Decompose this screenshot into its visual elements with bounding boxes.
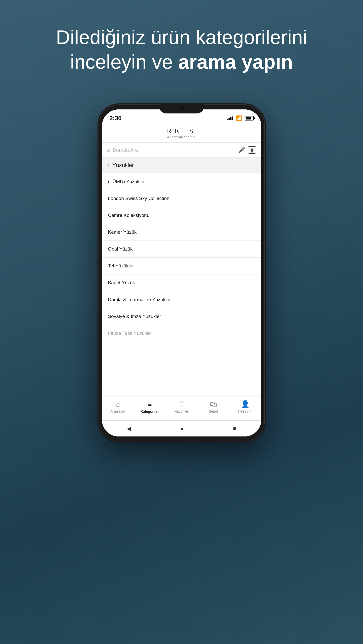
status-icons: 📶: [227, 115, 254, 121]
list-item[interactable]: Opal Yüzük: [102, 241, 261, 258]
list-item[interactable]: Kemer Yüzük: [102, 224, 261, 241]
category-header[interactable]: ‹ Yüzükler: [102, 157, 261, 173]
nav-label-favorites: Favoriler: [175, 409, 188, 413]
microphone-icon[interactable]: 🎤: [239, 147, 245, 153]
search-bar[interactable]: ⌕ Burada Ara 🎤 ▣: [102, 143, 261, 157]
wifi-icon: 📶: [236, 115, 242, 121]
list-item[interactable]: Tel Yüzükler: [102, 258, 261, 274]
headline: Dilediğiniz ürün kategorilerini inceleyi…: [36, 25, 327, 74]
nav-item-favorites[interactable]: ♡ Favoriler: [166, 400, 197, 413]
list-item[interactable]: Cemre Koleksiyonu: [102, 207, 261, 224]
search-icon: ⌕: [107, 147, 110, 153]
app-header: RETS #SadeolKendinol: [102, 125, 261, 143]
app-logo: RETS: [102, 127, 261, 135]
phone-screen: 2:36 📶 RETS #SadeolKendi: [102, 109, 261, 436]
android-nav-bar: ◀ ● ■: [102, 420, 261, 436]
scan-icon[interactable]: ▣: [248, 146, 256, 154]
nav-item-account[interactable]: 👤 Hesabım: [229, 400, 261, 413]
nav-label-cart: Sepet: [209, 409, 218, 413]
battery-icon: [245, 116, 254, 120]
status-time: 2:36: [110, 115, 122, 122]
list-item[interactable]: London Swiss Sky Collection: [102, 190, 261, 207]
nav-label-categories: Kategoriler: [140, 410, 159, 414]
cart-icon: 🛍: [210, 400, 217, 408]
back-button[interactable]: ‹: [108, 162, 109, 169]
android-home-button[interactable]: ●: [180, 425, 184, 432]
app-tagline: #SadeolKendinol: [102, 135, 261, 139]
list-item[interactable]: (TÜMÜ) Yüzükler: [102, 173, 261, 190]
home-icon: ⌂: [116, 400, 120, 408]
list-item[interactable]: Firuze Taşlı Yüzükler: [102, 325, 261, 342]
category-title: Yüzükler: [112, 162, 134, 169]
favorites-icon: ♡: [178, 400, 185, 408]
phone-mockup: 2:36 📶 RETS #SadeolKendi: [98, 104, 265, 441]
category-list: (TÜMÜ) Yüzükler London Swiss Sky Collect…: [102, 173, 261, 395]
headline-line2-bold: arama yapın: [178, 51, 293, 73]
android-back-button[interactable]: ◀: [127, 425, 131, 432]
nav-item-categories[interactable]: ≡ Kategoriler: [134, 400, 166, 414]
nav-item-home[interactable]: ⌂ Anasayfa: [102, 400, 134, 413]
nav-item-cart[interactable]: 🛍 Sepet: [197, 400, 229, 413]
phone-frame: 2:36 📶 RETS #SadeolKendi: [98, 104, 265, 441]
nav-label-home: Anasayfa: [111, 409, 125, 413]
account-icon: 👤: [241, 400, 250, 408]
list-item[interactable]: Baget Yüzük: [102, 274, 261, 291]
headline-line2-normal: inceleyin ve: [70, 51, 178, 73]
categories-icon: ≡: [147, 400, 152, 409]
phone-notch: [159, 104, 204, 113]
list-item[interactable]: Şovalye & İmza Yüzükler: [102, 308, 261, 325]
signal-icon: [227, 116, 233, 120]
list-item[interactable]: Damla & Tourmaline Yüzükler: [102, 291, 261, 308]
bottom-nav: ⌂ Anasayfa ≡ Kategoriler ♡ Favoriler 🛍 S…: [102, 395, 261, 420]
search-placeholder[interactable]: Burada Ara: [113, 147, 236, 153]
android-recent-button[interactable]: ■: [233, 425, 236, 432]
nav-label-account: Hesabım: [238, 409, 252, 413]
headline-line1: Dilediğiniz ürün kategorilerini: [56, 26, 307, 48]
